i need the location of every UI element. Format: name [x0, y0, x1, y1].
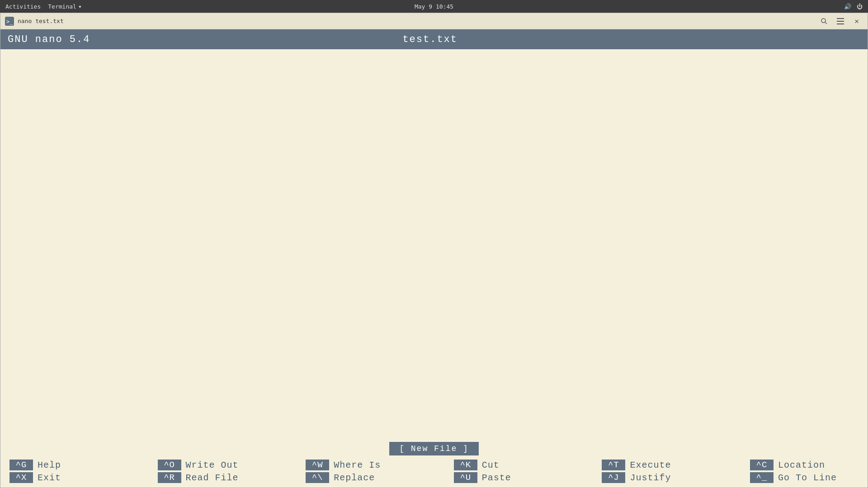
- shortcut-key-t: ^T: [602, 460, 625, 470]
- shortcut-group-1: ^G Help ^X Exit: [9, 460, 118, 483]
- shortcut-label-paste: Paste: [482, 473, 511, 483]
- shortcut-label-location: Location: [778, 460, 825, 470]
- terminal-label: Terminal: [48, 3, 76, 10]
- nano-filename: test.txt: [402, 34, 458, 45]
- shortcut-group-2: ^O Write Out ^R Read File: [158, 460, 266, 483]
- shortcut-key-k: ^K: [454, 460, 477, 470]
- title-bar: >_ nano test.txt ✕: [0, 13, 868, 29]
- shortcut-paste: ^U Paste: [454, 472, 562, 483]
- search-button[interactable]: [818, 15, 830, 28]
- shortcut-label-justify: Justify: [630, 473, 671, 483]
- system-bar: Activities Terminal ▾ May 9 10:45 🔊 ⏻: [0, 0, 868, 13]
- shortcut-label-execute: Execute: [630, 460, 671, 470]
- title-bar-left: >_ nano test.txt: [5, 17, 64, 26]
- shortcut-justify: ^J Justify: [602, 472, 710, 483]
- shortcut-key-o: ^O: [158, 460, 181, 470]
- volume-icon[interactable]: 🔊: [844, 3, 851, 10]
- shortcut-group-4: ^K Cut ^U Paste: [454, 460, 562, 483]
- terminal-icon: >_: [5, 17, 14, 26]
- title-bar-controls: ✕: [818, 15, 863, 28]
- shortcut-key-backslash: ^\: [306, 472, 329, 483]
- shortcut-help: ^G Help: [9, 460, 118, 470]
- shortcut-exit: ^X Exit: [9, 472, 118, 483]
- shortcut-group-6: ^C Location ^_ Go To Line: [750, 460, 859, 483]
- shortcut-key-j: ^J: [602, 472, 625, 483]
- shortcut-label-where-is: Where Is: [334, 460, 381, 470]
- system-bar-right: 🔊 ⏻: [844, 3, 863, 10]
- svg-text:>_: >_: [6, 19, 13, 25]
- terminal-window: >_ nano test.txt ✕ GNU nano 5.4: [0, 13, 868, 488]
- shortcut-cut: ^K Cut: [454, 460, 562, 470]
- shortcut-label-cut: Cut: [482, 460, 500, 470]
- hamburger-button[interactable]: [834, 15, 847, 28]
- shortcut-where-is: ^W Where Is: [306, 460, 414, 470]
- shortcut-key-x: ^X: [9, 472, 33, 483]
- shortcut-group-5: ^T Execute ^J Justify: [602, 460, 710, 483]
- power-icon[interactable]: ⏻: [857, 3, 863, 10]
- shortcut-write-out: ^O Write Out: [158, 460, 266, 470]
- shortcut-label-replace: Replace: [334, 473, 375, 483]
- shortcut-key-u: ^U: [454, 472, 477, 483]
- shortcut-go-to-line: ^_ Go To Line: [750, 472, 859, 483]
- close-button[interactable]: ✕: [850, 15, 863, 28]
- svg-rect-6: [837, 23, 844, 24]
- shortcut-label-write-out: Write Out: [186, 460, 239, 470]
- terminal-arrow-icon: ▾: [78, 3, 82, 10]
- shortcut-key-w: ^W: [306, 460, 329, 470]
- status-bar: [ New File ]: [0, 441, 868, 457]
- terminal-button[interactable]: Terminal ▾: [48, 3, 81, 10]
- svg-line-3: [825, 22, 827, 24]
- shortcut-label-go-to-line: Go To Line: [778, 473, 837, 483]
- shortcut-replace: ^\ Replace: [306, 472, 414, 483]
- activities-button[interactable]: Activities: [5, 3, 41, 10]
- svg-rect-5: [837, 21, 844, 22]
- window-title: nano test.txt: [18, 18, 64, 24]
- new-file-badge: [ New File ]: [389, 442, 479, 455]
- system-datetime: May 9 10:45: [415, 3, 453, 10]
- shortcut-label-exit: Exit: [38, 473, 61, 483]
- nano-header: GNU nano 5.4 test.txt: [0, 29, 868, 49]
- shortcut-key-c: ^C: [750, 460, 774, 470]
- shortcut-execute: ^T Execute: [602, 460, 710, 470]
- shortcut-key-g: ^G: [9, 460, 33, 470]
- shortcut-label-help: Help: [38, 460, 61, 470]
- shortcut-read-file: ^R Read File: [158, 472, 266, 483]
- shortcut-key-underscore: ^_: [750, 472, 774, 483]
- shortcut-location: ^C Location: [750, 460, 859, 470]
- editor-area[interactable]: [0, 49, 868, 441]
- nano-version: GNU nano 5.4: [8, 34, 90, 45]
- shortcut-label-read-file: Read File: [186, 473, 239, 483]
- system-bar-left: Activities Terminal ▾: [5, 3, 82, 10]
- svg-point-2: [821, 19, 826, 23]
- svg-rect-4: [837, 18, 844, 19]
- shortcut-group-3: ^W Where Is ^\ Replace: [306, 460, 414, 483]
- shortcut-key-r: ^R: [158, 472, 181, 483]
- shortcut-bar: ^G Help ^X Exit ^O Write Out ^R Read Fil…: [0, 457, 868, 488]
